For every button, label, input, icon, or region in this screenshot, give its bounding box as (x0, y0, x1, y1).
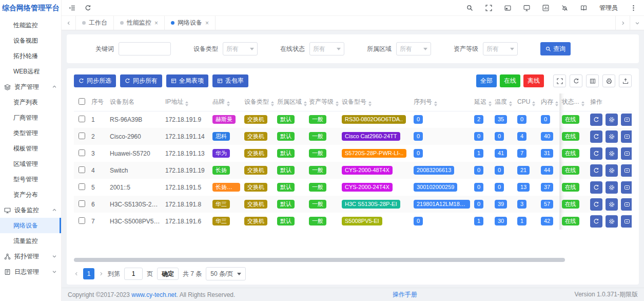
sidebar-item[interactable]: 模板管理 (0, 141, 61, 156)
search-icon[interactable] (466, 5, 473, 11)
column-header-serial[interactable]: 序列号 (412, 93, 472, 111)
sync-all-button[interactable]: 同步所有 (120, 74, 162, 87)
sort-icon[interactable] (271, 101, 274, 106)
sort-icon[interactable] (434, 101, 437, 106)
column-header-cpu[interactable]: CPU (515, 93, 539, 111)
row-checkbox[interactable] (79, 200, 85, 207)
company-link[interactable]: www.cy-tech.net (131, 291, 176, 298)
tab-network-devices[interactable]: 网络设备 × (165, 16, 216, 30)
sidebar-item[interactable]: 型号管理 (0, 172, 61, 187)
more-icon[interactable] (630, 5, 637, 11)
sidebar-item[interactable]: 资产列表 (0, 95, 61, 110)
filter-online-button[interactable]: 在线 (500, 74, 520, 87)
refresh-table-button[interactable] (570, 74, 582, 87)
sort-icon[interactable] (185, 101, 188, 106)
chart-icon[interactable] (542, 5, 549, 11)
print-button[interactable] (602, 74, 615, 87)
scrollbar-thumb[interactable] (74, 258, 565, 262)
sync-device-button[interactable] (590, 198, 602, 211)
sync-device-button[interactable] (590, 114, 602, 126)
fullscreen-table-button[interactable] (553, 74, 566, 87)
sync-selected-button[interactable]: 同步所选 (74, 74, 116, 87)
device-screen-button[interactable] (621, 130, 632, 143)
sidebar-item[interactable]: 流量监控 (0, 233, 61, 249)
tab-performance[interactable]: 性能监控 × (114, 16, 165, 30)
device-screen-button[interactable] (621, 198, 632, 211)
column-header-status[interactable]: 状态... (559, 93, 588, 111)
sort-icon[interactable] (532, 101, 535, 106)
device-screen-button[interactable] (621, 164, 632, 177)
goto-confirm-button[interactable]: 确定 (157, 268, 179, 280)
sidebar-group-monitor[interactable]: 设备监控 (0, 202, 61, 218)
row-checkbox[interactable] (79, 149, 85, 156)
sidebar-item[interactable]: 网络设备 (0, 218, 61, 233)
sync-device-button[interactable] (590, 130, 602, 143)
row-checkbox[interactable] (79, 217, 85, 224)
book-icon[interactable] (580, 5, 587, 11)
device-settings-button[interactable] (606, 181, 618, 194)
sync-device-button[interactable] (590, 147, 602, 160)
keyword-input[interactable] (119, 42, 171, 55)
export-button[interactable] (619, 74, 632, 87)
sync-device-button[interactable] (590, 181, 602, 194)
asset-level-select[interactable]: 所有 (483, 42, 518, 55)
prev-page-icon[interactable] (74, 271, 79, 276)
sidebar-group-topology[interactable]: 拓扑管理 (0, 249, 61, 264)
screenshot-icon[interactable] (504, 5, 511, 11)
row-checkbox[interactable] (79, 183, 85, 190)
column-header-brand[interactable]: 品牌 (210, 93, 242, 111)
filter-offline-button[interactable]: 离线 (523, 74, 544, 87)
column-header-temp[interactable]: 温度 (493, 93, 515, 111)
query-button[interactable]: 查询 (540, 42, 571, 55)
column-header-level[interactable]: 资产等级 (307, 93, 340, 111)
fold-icon[interactable] (69, 5, 75, 11)
goto-page-input[interactable] (124, 268, 143, 280)
sidebar-item[interactable]: 资产分布 (0, 187, 61, 202)
device-settings-button[interactable] (606, 198, 618, 211)
sync-device-button[interactable] (590, 215, 602, 228)
admin-menu[interactable]: 管理员 (599, 4, 618, 12)
column-header-ip[interactable]: IP地址 (163, 93, 210, 111)
device-screen-button[interactable] (621, 181, 632, 194)
sidebar-item[interactable]: 区域管理 (0, 156, 61, 172)
column-header-delay[interactable]: 延迟 (472, 93, 493, 111)
refresh-icon[interactable] (85, 5, 91, 11)
column-header-model[interactable]: 设备型号 (340, 93, 412, 111)
sidebar-group-log[interactable]: 日志管理 (0, 264, 61, 279)
sort-icon[interactable] (336, 101, 339, 106)
sidebar-item[interactable]: 类型管理 (0, 125, 61, 141)
packet-loss-button[interactable]: 丢包率 (212, 74, 248, 87)
sort-icon[interactable] (509, 101, 512, 106)
column-header-mem[interactable]: 内存 (539, 93, 559, 111)
bell-off-icon[interactable] (561, 5, 568, 11)
close-icon[interactable]: × (205, 20, 209, 26)
column-header-type[interactable]: 设备类型 (242, 93, 275, 111)
column-header-region[interactable]: 所属区域 (275, 93, 307, 111)
sort-icon[interactable] (555, 101, 558, 106)
device-settings-button[interactable] (606, 215, 618, 228)
sidebar-item[interactable]: 设备视图 (0, 33, 61, 48)
select-all-checkbox[interactable] (79, 98, 85, 105)
global-columns-button[interactable]: 全局表项 (166, 74, 208, 87)
sort-icon[interactable] (581, 101, 584, 106)
sync-device-button[interactable] (590, 164, 602, 177)
online-status-select[interactable]: 所有 (309, 42, 344, 55)
device-settings-button[interactable] (606, 130, 618, 143)
sort-icon[interactable] (489, 101, 492, 106)
sort-icon[interactable] (227, 101, 230, 106)
device-screen-button[interactable] (621, 147, 632, 160)
tab-workbench[interactable]: 工作台 (76, 16, 114, 30)
fullscreen-icon[interactable] (485, 5, 492, 11)
close-icon[interactable]: × (154, 20, 158, 26)
region-select[interactable]: 所有 (396, 42, 431, 55)
page-size-select[interactable]: 50 条/页 (206, 267, 246, 280)
device-settings-button[interactable] (606, 114, 618, 126)
display-icon[interactable] (523, 5, 530, 11)
device-settings-button[interactable] (606, 164, 618, 177)
device-type-select[interactable]: 所有 (223, 42, 258, 55)
sidebar-item[interactable]: 拓扑轮播 (0, 48, 61, 64)
manual-link[interactable]: 操作手册 (393, 290, 417, 299)
sidebar-group-layers[interactable]: 资产管理 (0, 79, 61, 95)
tabs-menu-icon[interactable] (630, 16, 644, 30)
sidebar-item[interactable]: 性能监控 (0, 17, 61, 33)
